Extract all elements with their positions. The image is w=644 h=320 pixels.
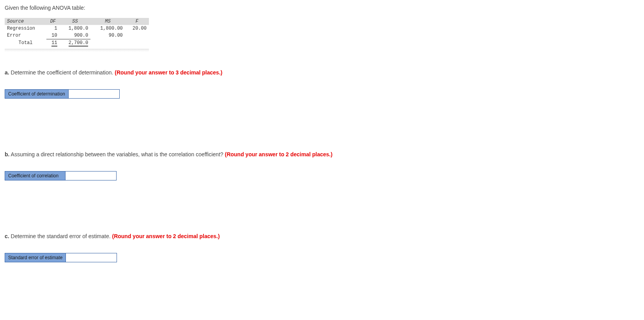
cell-f: 20.00: [125, 25, 149, 32]
standard-error-input[interactable]: [66, 253, 117, 262]
cell-ms: 1,800.00: [90, 25, 125, 32]
coefficient-determination-input[interactable]: [69, 90, 119, 98]
answer-label-c: Standard error of estimate: [5, 253, 66, 262]
anova-table: Source DF SS MS F Regression 1 1,800.0 1…: [5, 18, 149, 46]
question-a-prefix: a.: [5, 69, 9, 76]
answer-row-b: Coefficient of correlation: [5, 171, 117, 180]
answer-label-a: Coefficient of determination: [5, 90, 69, 98]
col-ms: MS: [90, 18, 125, 25]
cell-ms: [90, 39, 125, 47]
question-a: a. Determine the coefficient of determin…: [5, 69, 639, 99]
col-ss: SS: [60, 18, 91, 25]
cell-source: Regression: [5, 25, 46, 32]
question-c-prefix: c.: [5, 233, 9, 239]
question-b-prefix: b.: [5, 151, 9, 157]
coefficient-correlation-input[interactable]: [65, 171, 116, 180]
anova-row-total: Total 11 2,700.0: [5, 39, 149, 47]
cell-ss: 2,700.0: [60, 39, 91, 47]
anova-header-row: Source DF SS MS F: [5, 18, 149, 25]
cell-ms: 90.00: [90, 32, 125, 39]
question-c-hint: (Round your answer to 2 decimal places.): [112, 233, 219, 239]
question-c-text: c. Determine the standard error of estim…: [5, 233, 639, 239]
question-c: c. Determine the standard error of estim…: [5, 233, 639, 262]
anova-row-error: Error 10 900.0 90.00: [5, 32, 149, 39]
question-a-hint: (Round your answer to 3 decimal places.): [115, 69, 222, 76]
cell-source: Error: [5, 32, 46, 39]
question-b-hint: (Round your answer to 2 decimal places.): [225, 151, 333, 157]
question-a-body: Determine the coefficient of determinati…: [9, 69, 115, 76]
anova-row-regression: Regression 1 1,800.0 1,800.00 20.00: [5, 25, 149, 32]
col-df: DF: [46, 18, 60, 25]
question-a-text: a. Determine the coefficient of determin…: [5, 69, 639, 76]
total-df-value: 11: [51, 40, 57, 47]
question-c-body: Determine the standard error of estimate…: [9, 233, 112, 239]
col-f: F: [125, 18, 149, 25]
cell-f: [125, 39, 149, 47]
table-shadow-divider: [5, 49, 149, 52]
cell-ss: 1,800.0: [60, 25, 91, 32]
answer-row-a: Coefficient of determination: [5, 89, 120, 99]
cell-ss: 900.0: [60, 32, 91, 39]
answer-label-b: Coefficient of correlation: [5, 171, 65, 180]
cell-f: [125, 32, 149, 39]
total-ss-value: 2,700.0: [69, 40, 88, 47]
question-b: b. Assuming a direct relationship betwee…: [5, 151, 639, 180]
cell-df: 10: [46, 32, 60, 39]
cell-df: 1: [46, 25, 60, 32]
intro-text: Given the following ANOVA table:: [5, 5, 639, 11]
question-b-body: Assuming a direct relationship between t…: [9, 151, 225, 157]
cell-source: Total: [5, 39, 46, 47]
col-source: Source: [5, 18, 46, 25]
answer-row-c: Standard error of estimate: [5, 253, 117, 262]
anova-table-container: Source DF SS MS F Regression 1 1,800.0 1…: [5, 18, 149, 46]
cell-df: 11: [46, 39, 60, 47]
question-b-text: b. Assuming a direct relationship betwee…: [5, 151, 639, 157]
